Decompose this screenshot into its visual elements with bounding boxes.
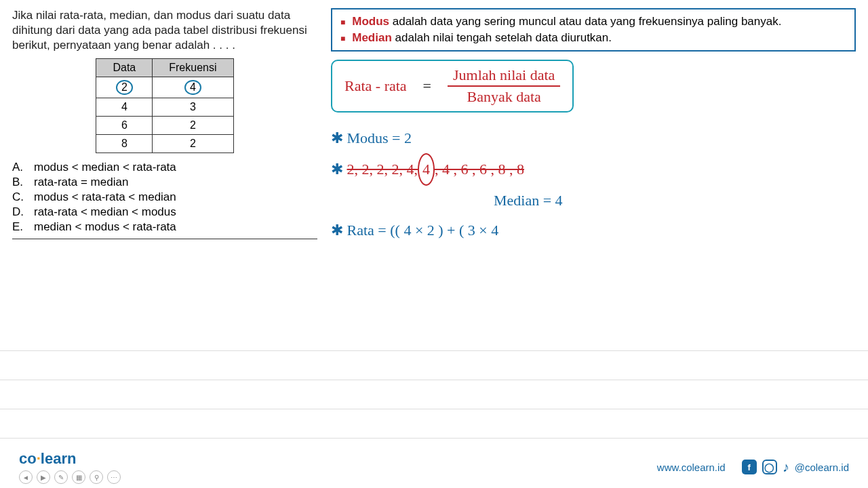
more-button[interactable]: ⋯ — [107, 470, 121, 484]
table-row: 4 3 — [96, 98, 233, 116]
mean-formula-box: Rata - rata = Jumlah nilai data Banyak d… — [331, 60, 574, 113]
data-list: ✱ 2, 2, 2, 2, 4,4, 4 , 6 , 6 , 8 , 8 — [331, 153, 856, 186]
option-c: C.modus < rata-rata < median — [12, 190, 317, 205]
cell-freq-1: 3 — [153, 98, 233, 116]
formula-numerator: Jumlah nilai data — [448, 66, 560, 87]
frequency-table: Data Frekuensi 2 4 4 3 6 2 8 2 — [96, 58, 233, 153]
brand-logo: co·learn — [19, 450, 121, 468]
formula-denominator: Banyak data — [467, 87, 541, 106]
formula-lhs: Rata - rata — [344, 77, 407, 95]
player-controls: ◄ ▶ ✎ ▦ ⚲ ⋯ — [19, 470, 121, 484]
grid-button[interactable]: ▦ — [72, 470, 85, 484]
table-header-data: Data — [96, 59, 153, 77]
cell-data-2: 6 — [96, 116, 153, 134]
definitions-box: ■ Modus adalah data yang sering muncul a… — [331, 8, 856, 52]
cell-freq-0: 4 — [184, 80, 201, 95]
instagram-icon[interactable]: ◯ — [762, 460, 777, 474]
option-b: B.rata-rata = median — [12, 175, 317, 190]
play-button[interactable]: ▶ — [37, 470, 50, 484]
table-header-freq: Frekuensi — [153, 59, 233, 77]
formula-equals: = — [423, 77, 431, 95]
handwritten-work: ✱ Modus = 2 ✱ 2, 2, 2, 2, 4,4, 4 , 6 , 6… — [331, 123, 856, 245]
median-result: Median = 4 — [331, 186, 856, 216]
modus-definition: ■ Modus adalah data yang sering muncul a… — [340, 14, 846, 30]
content-area: Jika nilai rata-rata, median, dan modus … — [0, 0, 868, 245]
table-row: 8 2 — [96, 134, 233, 152]
tiktok-icon[interactable]: ♪ — [783, 460, 789, 475]
website-url[interactable]: www.colearn.id — [657, 462, 726, 473]
option-e: E.median < modus < rata-rata — [12, 220, 317, 235]
bullet-icon: ■ — [340, 33, 345, 46]
edit-button[interactable]: ✎ — [54, 470, 68, 484]
logo-block: co·learn ◄ ▶ ✎ ▦ ⚲ ⋯ — [19, 450, 121, 484]
rata-calc: ✱ Rata = (( 4 × 2 ) + ( 3 × 4 — [331, 216, 856, 245]
question-panel: Jika nilai rata-rata, median, dan modus … — [12, 8, 317, 245]
question-text: Jika nilai rata-rata, median, dan modus … — [12, 8, 317, 53]
prev-button[interactable]: ◄ — [19, 470, 33, 484]
cell-data-0: 2 — [116, 80, 133, 95]
table-row: 2 4 — [96, 77, 233, 98]
facebook-icon[interactable]: f — [742, 460, 757, 474]
ruled-background — [0, 322, 868, 446]
social-links: f ◯ ♪ @colearn.id — [742, 460, 849, 475]
bullet-icon: ■ — [340, 17, 345, 30]
modus-result: ✱ Modus = 2 — [331, 123, 856, 153]
cell-freq-3: 2 — [153, 134, 233, 152]
table-row: 6 2 — [96, 116, 233, 134]
cell-data-1: 4 — [96, 98, 153, 116]
cell-data-3: 8 — [96, 134, 153, 152]
zoom-button[interactable]: ⚲ — [90, 470, 103, 484]
social-handle: @colearn.id — [795, 462, 849, 473]
footer-right: www.colearn.id f ◯ ♪ @colearn.id — [657, 460, 849, 475]
formula-fraction: Jumlah nilai data Banyak data — [448, 66, 560, 106]
solution-panel: ■ Modus adalah data yang sering muncul a… — [331, 8, 856, 245]
option-d: D.rata-rata < median < modus — [12, 205, 317, 220]
footer-bar: co·learn ◄ ▶ ✎ ▦ ⚲ ⋯ www.colearn.id f ◯ … — [0, 446, 868, 488]
option-a: A.modus < median < rata-rata — [12, 160, 317, 175]
median-definition: ■ Median adalah nilai tengah setelah dat… — [340, 30, 846, 46]
answer-options: A.modus < median < rata-rata B.rata-rata… — [12, 160, 317, 239]
cell-freq-2: 2 — [153, 116, 233, 134]
